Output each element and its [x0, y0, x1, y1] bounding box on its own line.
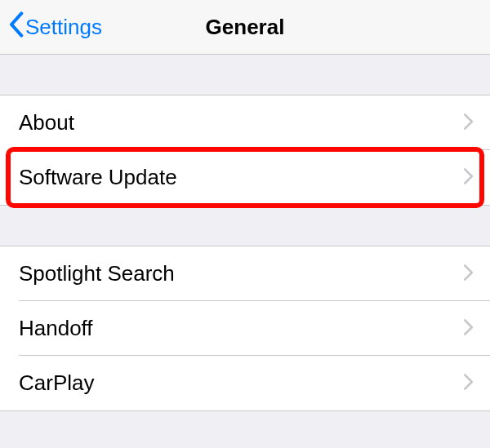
settings-group-2: Spotlight Search Handoff CarPlay [0, 246, 490, 411]
row-handoff[interactable]: Handoff [0, 301, 490, 356]
chevron-right-icon [463, 373, 474, 394]
row-label: Software Update [19, 165, 463, 190]
row-label: CarPlay [19, 370, 463, 396]
row-carplay[interactable]: CarPlay [0, 356, 490, 410]
row-spotlight-search[interactable]: Spotlight Search [0, 246, 490, 301]
row-software-update[interactable]: Software Update [0, 150, 490, 205]
chevron-right-icon [463, 167, 474, 189]
settings-group-1: About Software Update [0, 95, 490, 206]
chevron-right-icon [463, 318, 474, 339]
page-title: General [206, 15, 285, 40]
chevron-left-icon [8, 11, 24, 44]
back-label: Settings [25, 15, 102, 40]
navigation-bar: Settings General [0, 0, 490, 55]
row-about[interactable]: About [0, 95, 490, 150]
back-button[interactable]: Settings [0, 11, 102, 44]
chevron-right-icon [463, 264, 474, 285]
row-label: About [19, 110, 463, 135]
row-label: Handoff [19, 316, 463, 341]
row-label: Spotlight Search [19, 261, 463, 286]
chevron-right-icon [463, 113, 474, 134]
